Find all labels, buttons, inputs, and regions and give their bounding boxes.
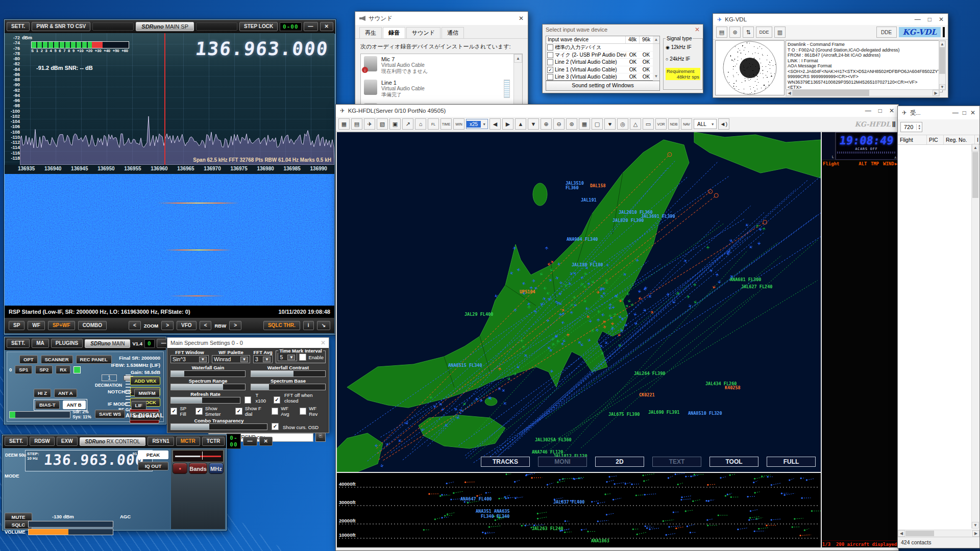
kgvdl-close-button[interactable]: ✕ xyxy=(939,16,944,23)
main-settings-button[interactable]: SETT. xyxy=(7,339,30,348)
csv-browse-button[interactable]: ⎘ xyxy=(315,433,326,442)
dde-mode-icon[interactable]: DDE xyxy=(756,27,772,38)
pan-up-icon[interactable]: ▲ xyxy=(515,118,526,130)
pan-down-icon[interactable]: ▼ xyxy=(528,118,539,130)
map-button-tool[interactable]: TOOL xyxy=(709,457,758,467)
bin-icon[interactable]: ▭ xyxy=(643,118,654,130)
waterfall-display[interactable] xyxy=(5,174,334,306)
enable-checkbox[interactable] xyxy=(299,354,306,361)
sound-scrollbar[interactable]: ▲ xyxy=(513,54,522,109)
fl-toggle[interactable]: FL xyxy=(428,118,439,130)
rx-minimize-button[interactable]: — xyxy=(243,437,257,446)
rx-settings-button[interactable]: SETT. xyxy=(5,437,28,446)
pan-left-icon[interactable]: ◀ xyxy=(489,118,501,130)
spectrum-display[interactable]: -72-74-76-78-80-82-84-86-88-90-92-94-96-… xyxy=(5,33,334,165)
sp2-button[interactable]: SP2 xyxy=(35,365,53,374)
info-button[interactable]: i xyxy=(303,321,314,330)
resize-handle[interactable]: ↘ xyxy=(317,321,330,330)
sound-device-row[interactable]: ↓Mic 7Virtual Audio Cable現在利用できません xyxy=(361,54,522,78)
track-icon[interactable]: ↗ xyxy=(402,118,413,130)
smeter-checkbox[interactable]: ✓ xyxy=(195,408,202,415)
nav-toggle[interactable]: NAV xyxy=(681,118,692,130)
target-icon[interactable]: ◎ xyxy=(617,118,628,130)
spwf-view-button[interactable]: SP+WF xyxy=(48,321,75,330)
hiz-button[interactable]: HI Z xyxy=(34,389,51,397)
wf-palette-select[interactable]: Winrad▼ xyxy=(212,355,250,363)
sqlc-thr-button[interactable]: SQLC THR. xyxy=(263,321,300,330)
map-button-2d[interactable]: 2D xyxy=(595,457,644,467)
contacts-rows[interactable] xyxy=(898,145,979,530)
win-toggle[interactable]: WIN xyxy=(453,118,464,130)
map-button-full[interactable]: FULL xyxy=(767,457,816,467)
rdsw-button[interactable]: RDSW xyxy=(30,437,55,446)
refresh-slider[interactable] xyxy=(170,397,240,404)
sound-device-row[interactable]: Line 1Virtual Audio Cable準備完了 xyxy=(361,78,522,101)
zoom-in-icon[interactable]: ⊕ xyxy=(541,118,552,130)
wave-device-row[interactable]: Line 3 (Virtual Audio Cable)OKOK xyxy=(546,73,659,81)
kghfdl-minimize-button[interactable]: — xyxy=(865,107,871,114)
log-window-icon[interactable]: ▥ xyxy=(774,27,786,38)
scroll-up-icon[interactable]: ▲ xyxy=(939,41,945,47)
unchecked-checkbox[interactable] xyxy=(547,44,553,51)
sound-tab-録音[interactable]: 録音 xyxy=(383,27,405,38)
sp-base-slider[interactable] xyxy=(251,384,326,390)
vor-toggle[interactable]: VOR xyxy=(655,118,667,130)
fdial-checkbox[interactable]: ✓ xyxy=(235,408,242,415)
iq-out-button[interactable]: IQ OUT xyxy=(138,462,168,470)
dropdown-arrow-icon[interactable]: ▼ xyxy=(481,122,487,126)
interval-spinner[interactable]: 720 ▲ ▼ xyxy=(900,122,922,132)
kghfdl-maximize-button[interactable]: □ xyxy=(878,107,882,114)
rbw-up-button[interactable]: > xyxy=(229,321,241,330)
scroll-up-icon[interactable]: ▲ xyxy=(514,54,522,63)
bands-key[interactable]: Bands xyxy=(189,463,207,474)
kghfdl-close-button[interactable]: ✕ xyxy=(889,107,894,114)
flight-table-rows[interactable] xyxy=(822,167,897,540)
tx100-checkbox[interactable] xyxy=(244,396,251,404)
wf-view-button[interactable]: WF xyxy=(28,321,45,330)
contacts-hscrollbar[interactable]: ◀ ▶ xyxy=(898,530,979,537)
scroll-left-icon[interactable]: ◀ xyxy=(786,90,793,96)
settings-close-button[interactable]: ✕ xyxy=(321,339,326,346)
unchecked-checkbox[interactable] xyxy=(547,74,553,80)
wave-device-row[interactable]: マイク (2- USB PnP Audio DeviceOKOK xyxy=(546,52,659,59)
vfo-button[interactable]: VFO xyxy=(177,321,197,330)
led-key[interactable]: ● xyxy=(173,463,187,474)
save-ws-button[interactable]: SAVE WS xyxy=(95,410,125,418)
audio-icon[interactable]: ◄) xyxy=(718,118,729,130)
globe-icon[interactable]: ⊛ xyxy=(566,118,577,130)
contacts-close-button[interactable]: ✕ xyxy=(970,109,975,116)
lif-button[interactable]: LIF xyxy=(131,401,146,410)
flight-table-header[interactable]: Flight ALT TMP WIND ▶ xyxy=(822,160,897,167)
unchecked-checkbox[interactable] xyxy=(547,59,553,65)
radio-24khz[interactable]: ○ 24kHz IF xyxy=(666,56,700,62)
radio-12khz[interactable]: ◉ 12kHz IF xyxy=(666,44,700,50)
scroll-left-icon[interactable]: ◀ xyxy=(898,530,905,537)
contacts-header[interactable]: Flight PIC Reg. No. I xyxy=(898,135,979,145)
map-button-text[interactable]: TEXT xyxy=(652,457,701,467)
wfrev-checkbox[interactable] xyxy=(300,408,306,415)
ma-button[interactable]: MA xyxy=(32,339,49,348)
rbw-down-button[interactable]: < xyxy=(200,321,212,330)
kgvdl-minimize-button[interactable]: — xyxy=(915,16,921,23)
contacts-maximize-button[interactable]: □ xyxy=(963,109,966,116)
grid2-icon[interactable]: ▦ xyxy=(579,118,590,130)
sound-tab-再生[interactable]: 再生 xyxy=(359,27,382,38)
sp1-button[interactable]: SP1 xyxy=(15,365,32,374)
dropdown-arrow-icon[interactable]: ▼ xyxy=(709,122,716,126)
exw-button[interactable]: EXW xyxy=(57,437,78,446)
add-vrx-button[interactable]: ADD VRX xyxy=(130,377,160,385)
osd-checkbox[interactable]: ✓ xyxy=(272,423,279,430)
airport-icon[interactable]: ⌂ xyxy=(415,118,426,130)
wf-contrast-slider[interactable] xyxy=(251,370,326,377)
mctr-button[interactable]: MCTR xyxy=(176,437,200,446)
combo-view-button[interactable]: COMBO xyxy=(78,321,107,330)
decoder-icon[interactable]: ▤ xyxy=(716,27,727,38)
constellation-icon[interactable]: ⊛ xyxy=(729,27,741,38)
zoom-out-icon[interactable]: ⊖ xyxy=(553,118,565,130)
list-icon[interactable]: ▤ xyxy=(351,118,362,130)
spfill-checkbox[interactable]: ✓ xyxy=(170,408,177,415)
wave-device-row[interactable]: ✓Line 1 (Virtual Audio Cable)OKOK xyxy=(546,66,659,74)
aircraft-icon[interactable]: ✈ xyxy=(364,118,375,130)
scroll-down-icon[interactable]: ▼ xyxy=(939,84,945,90)
radar-map[interactable]: ✈✈✈✈✈✈✈✈✈✈✈✈✈✈✈✈✈✈✈✈✈✈✈✈✈✈✈✈✈✈✈✈✈✈✈✈✈✈✈✈… xyxy=(337,132,821,472)
